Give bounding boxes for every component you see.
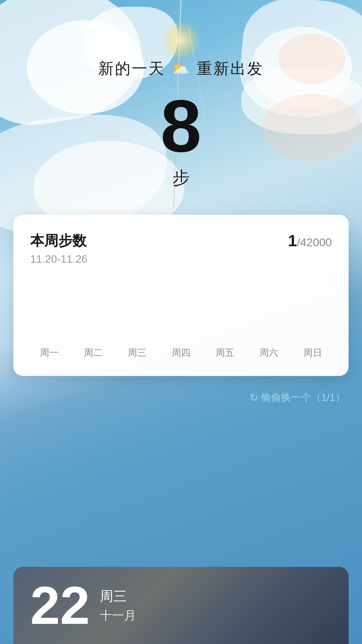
bar-label-thu: 周四: [172, 346, 190, 359]
calendar-widget: 22 周三 十一月: [13, 567, 349, 644]
tagline: 新的一天 ⛅ 重新出发: [98, 58, 264, 79]
calendar-weekday: 周三: [100, 587, 136, 605]
bar-label-tue: 周二: [84, 346, 103, 359]
bar-label-sat: 周六: [259, 346, 278, 359]
bar-col-thu: 周四: [162, 341, 200, 359]
refresh-label: 偷偷换一个（1/1）: [261, 391, 345, 405]
card-date: 11.20-11.26: [30, 253, 332, 265]
bar-label-wed: 周三: [128, 346, 146, 359]
current-steps: 1: [288, 232, 297, 250]
bar-col-mon: 周一: [30, 341, 68, 359]
calendar-month: 十一月: [100, 607, 136, 624]
step-count: 8: [161, 89, 201, 163]
bar-col-tue: 周二: [74, 341, 112, 359]
bar-label-sun: 周日: [303, 346, 322, 359]
calendar-info: 周三 十一月: [100, 587, 136, 624]
bar-chart: 周一 周二 周三 周四 周五 周六 周日: [30, 279, 332, 359]
weekly-steps-card: 本周步数 1/42000 11.20-11.26 周一 周二 周三 周四 周五 …: [13, 215, 349, 376]
bar-label-fri: 周五: [216, 346, 234, 359]
top-content: 新的一天 ⛅ 重新出发 8 步: [0, 0, 362, 228]
step-unit: 步: [172, 166, 190, 190]
bar-label-mon: 周一: [40, 346, 59, 359]
refresh-hint[interactable]: ↻ 偷偷换一个（1/1）: [250, 391, 345, 405]
total-steps: /42000: [297, 236, 332, 249]
card-title: 本周步数: [30, 231, 86, 250]
refresh-icon: ↻: [250, 392, 258, 404]
bar-col-fri: 周五: [206, 341, 244, 359]
card-header: 本周步数 1/42000: [30, 231, 332, 250]
card-total: 1/42000: [288, 231, 332, 250]
bar-col-sat: 周六: [250, 341, 288, 359]
calendar-day: 22: [30, 579, 90, 632]
bar-col-sun: 周日: [294, 341, 332, 359]
bar-col-wed: 周三: [118, 341, 156, 359]
